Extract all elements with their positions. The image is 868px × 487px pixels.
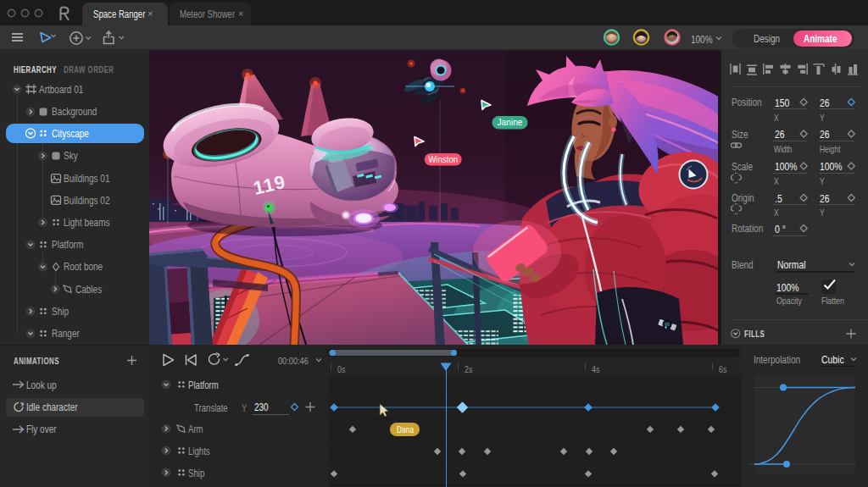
svg-text:Winston: Winston — [428, 155, 458, 164]
svg-text:Janine: Janine — [498, 117, 523, 127]
